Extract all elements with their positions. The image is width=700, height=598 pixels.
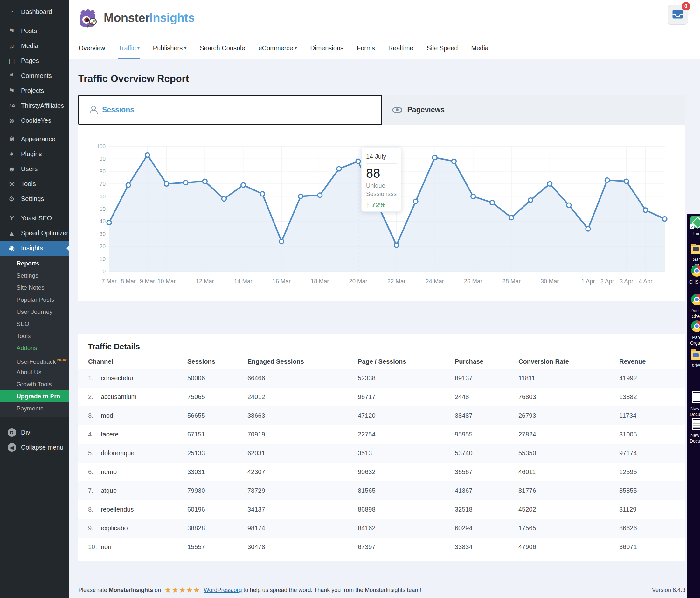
chart-point[interactable] <box>203 179 207 183</box>
chart-point[interactable] <box>643 208 648 212</box>
table-row: 2.accusantium750652401296717244876803138… <box>78 388 685 406</box>
sidebar-item-collapse-menu[interactable]: ◀Collapse menu <box>0 440 69 455</box>
chart-point[interactable] <box>452 159 456 163</box>
wordpress-org-link[interactable]: WordPress.org <box>204 587 242 593</box>
sidebar-item-dashboard[interactable]: ◔Dashboard <box>0 4 69 19</box>
nav-tab-label: Traffic <box>118 45 135 52</box>
nav-tab-overview[interactable]: Overview <box>79 37 105 59</box>
cell-value: 53740 <box>455 449 518 457</box>
nav-tab-search-console[interactable]: Search Console <box>200 37 245 59</box>
chart-point[interactable] <box>509 215 514 220</box>
monsterinsights-logo[interactable]: MonsterInsights <box>79 8 195 28</box>
submenu-item-popular-posts[interactable]: Popular Posts <box>0 294 69 306</box>
chart-point[interactable] <box>183 180 188 185</box>
cookie-icon: ⊛ <box>6 117 17 125</box>
cell-value: 56655 <box>187 412 247 419</box>
chart-point[interactable] <box>432 155 437 160</box>
tooltip-change: ↑ 72% <box>366 201 397 209</box>
sidebar-item-speed-optimizer[interactable]: ▲Speed Optimizer <box>0 226 69 241</box>
chart-point[interactable] <box>241 183 246 187</box>
sidebar-item-yoast-seo[interactable]: YYoast SEO <box>0 211 69 226</box>
chart-point[interactable] <box>471 194 475 199</box>
desktop-chrome-icon[interactable]: CHS-tic <box>688 265 700 285</box>
nav-tab-forms[interactable]: Forms <box>357 37 375 59</box>
submenu-item-site-notes[interactable]: Site Notes <box>0 282 69 294</box>
sidebar-item-label: ThirstyAffiliates <box>21 102 64 109</box>
sidebar-item-users[interactable]: ☻Users <box>0 161 69 177</box>
submenu-item-reports[interactable]: Reports <box>0 258 69 269</box>
chart-point[interactable] <box>222 197 226 201</box>
local-app-icon: ↗ <box>691 215 700 228</box>
y-axis-label: 30 <box>100 231 106 237</box>
tab-sessions[interactable]: Sessions <box>78 95 382 125</box>
chart-point[interactable] <box>605 178 609 182</box>
submenu-item-user-journey[interactable]: User Journey <box>0 306 69 318</box>
chart-point[interactable] <box>318 193 322 198</box>
chart-point[interactable] <box>165 182 169 186</box>
table-row: 1.consectetur500066646652338891371181141… <box>78 369 685 388</box>
submenu-item-tools[interactable]: Tools <box>0 330 69 342</box>
chart-point[interactable] <box>414 199 418 204</box>
chart-point[interactable] <box>279 239 284 243</box>
sidebar-item-settings[interactable]: ⚙Settings <box>0 191 69 206</box>
version-label: Version 6.4.3 <box>652 587 685 594</box>
sidebar-item-posts[interactable]: ⚑Posts <box>0 24 69 38</box>
nav-tab-media[interactable]: Media <box>471 37 488 59</box>
submenu-item-growth-tools[interactable]: Growth Tools <box>0 378 69 390</box>
nav-tab-publishers[interactable]: Publishers▾ <box>153 37 186 59</box>
desktop-chrome-icon[interactable]: Due DChec <box>688 294 700 319</box>
cell-value: 32518 <box>455 506 518 513</box>
notifications-inbox-button[interactable]: 0 <box>668 5 688 25</box>
desktop-local-app-icon[interactable]: ↗Loc <box>688 215 700 236</box>
chart-point[interactable] <box>548 182 552 186</box>
sidebar-item-tools[interactable]: ⚒Tools <box>0 177 69 191</box>
chart-point[interactable] <box>356 159 360 163</box>
metric-tab-switcher: Sessions Pageviews <box>78 95 685 125</box>
chart-point[interactable] <box>298 194 303 199</box>
sidebar-item-plugins[interactable]: ✦Plugins <box>0 147 69 161</box>
submenu-item-seo[interactable]: SEO <box>0 318 69 330</box>
submenu-item-userfeedback[interactable]: UserFeedbackNEW <box>0 354 69 366</box>
chart-point[interactable] <box>624 179 629 183</box>
desktop-folder-drive-icon[interactable]: drive <box>688 348 700 368</box>
nav-tab-traffic[interactable]: Traffic▾ <box>118 37 139 59</box>
sidebar-item-comments[interactable]: ❝Comments <box>0 68 69 83</box>
sidebar-item-insights[interactable]: ◉Insights <box>0 241 69 256</box>
chart-point[interactable] <box>260 192 265 196</box>
nav-tab-ecommerce[interactable]: eCommerce▾ <box>258 37 297 59</box>
nav-tab-realtime[interactable]: Realtime <box>388 37 414 59</box>
chart-point[interactable] <box>586 227 590 231</box>
chart-point[interactable] <box>528 198 533 202</box>
nav-tab-dimensions[interactable]: Dimensions <box>310 37 344 59</box>
sidebar-item-divi[interactable]: DDivi <box>0 425 69 440</box>
chart-point[interactable] <box>107 220 111 225</box>
sidebar-item-media[interactable]: ♫Media <box>0 38 69 53</box>
desktop-text-doc-icon[interactable]: New TDocum <box>688 391 700 417</box>
tab-pageviews[interactable]: Pageviews <box>382 95 686 125</box>
chart-point[interactable] <box>394 243 399 248</box>
collapse-icon: ◀ <box>6 443 17 452</box>
chart-point[interactable] <box>567 203 571 207</box>
submenu-item-payments[interactable]: Payments <box>0 402 69 415</box>
desktop-chrome-icon[interactable]: PareOrgani <box>688 320 700 346</box>
chart-point[interactable] <box>126 183 130 187</box>
chart-point[interactable] <box>662 217 667 221</box>
desktop-folder-game-icon[interactable]: GanShort <box>688 243 700 268</box>
submenu-item-about-us[interactable]: About Us <box>0 366 69 378</box>
submenu-item-settings[interactable]: Settings <box>0 269 69 282</box>
sidebar-item-appearance[interactable]: ✾Appearance <box>0 132 69 147</box>
chart-point[interactable] <box>490 200 495 205</box>
sidebar-item-projects[interactable]: ⚑Projects <box>0 83 69 98</box>
x-axis-label: 20 Mar <box>349 278 367 285</box>
chart-point[interactable] <box>145 153 150 157</box>
chart-point[interactable] <box>337 166 341 171</box>
cell-value: 97174 <box>619 449 685 457</box>
desktop-text-doc-icon[interactable]: New TDocum <box>688 418 700 444</box>
submenu-item-addons[interactable]: Addons <box>0 342 69 354</box>
sidebar-item-thirstyaffiliates[interactable]: TAThirstyAffiliates <box>0 98 69 113</box>
sidebar-item-pages[interactable]: ▤Pages <box>0 53 69 68</box>
nav-tab-site-speed[interactable]: Site Speed <box>427 37 458 59</box>
sidebar-item-cookieyes[interactable]: ⊛CookieYes <box>0 113 69 128</box>
submenu-item-upgrade-to-pro[interactable]: Upgrade to Pro <box>0 390 69 402</box>
monster-mascot-icon <box>79 8 99 28</box>
